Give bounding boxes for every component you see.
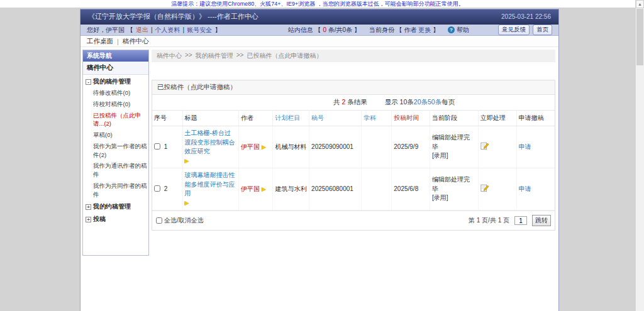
page-scrollbar[interactable]: ▲ [635, 0, 644, 311]
expand-icon[interactable]: + [86, 204, 91, 210]
sidebar-item-manuscript-center[interactable]: 稿件中心 [83, 62, 148, 75]
site-messages-status: 站内信息 【 0 条/共0条 】 [288, 26, 360, 35]
sidebar-item-pending-revision[interactable]: 待修改稿件(0) [83, 87, 148, 99]
change-role-link[interactable]: 更换 [418, 26, 431, 33]
help-link[interactable]: ? 帮助 [448, 26, 469, 35]
sidebar-group-my-manuscripts[interactable]: - 我的稿件管理 [83, 75, 148, 87]
current-role-status: 当前身份 【 作者 更换 】 [369, 26, 439, 35]
per-page-10[interactable]: 10条 [400, 98, 414, 106]
feedback-button[interactable]: 意见反馈 [498, 25, 530, 35]
page-info: 第 1 页/共 1 页 [469, 216, 509, 225]
planned-column-value: 建筑与水利 [273, 168, 309, 210]
messages-count: 0 [323, 26, 326, 33]
page-jump-input[interactable] [514, 216, 527, 225]
manuscript-title-link[interactable]: 土工格栅-桥台过渡段变形控制耦合效应研究 [185, 129, 237, 156]
breadcrumb-separator: >> [236, 52, 244, 60]
logout-link[interactable]: 退出 [136, 26, 148, 35]
sidebar-item-first-author[interactable]: 我作为第一作者的稿件(2) [83, 141, 148, 161]
select-all-checkbox[interactable] [156, 217, 162, 224]
sidebar-item-drafts[interactable]: 草稿(0) [83, 129, 148, 141]
row-number: 2 [164, 185, 168, 192]
home-button[interactable]: 首页 [533, 25, 552, 35]
row-checkbox[interactable] [154, 143, 160, 150]
separator: | [151, 26, 153, 33]
sidebar-item-corresponding-author[interactable]: 我作为通讯作者的稿件 [83, 160, 148, 180]
pagination: 第 1 页/共 1 页 跳转 [469, 215, 551, 226]
submit-date-value: 2025/9/9 [392, 126, 430, 168]
breadcrumb-manuscript-center[interactable]: 稿件中心 [157, 52, 182, 60]
sidebar-item-pending-proofread[interactable]: 待校对稿件(0) [83, 99, 148, 110]
column-header-withdraw: 申请撤稿 [516, 111, 555, 126]
bracket: 【 [127, 26, 133, 35]
table-header-row: 序号 标题 作者 计划栏目 稿号 学科 投稿时间 当前阶段 立即处理 申请撤稿 [152, 111, 555, 126]
results-count: 2 [341, 98, 345, 106]
expand-arrow-icon[interactable]: ▶ [262, 186, 266, 192]
page-title: 《辽宁开放大学学报（自然科学版）》 ----作者工作中心 [88, 12, 258, 21]
expand-arrow-icon[interactable]: ▶ [262, 144, 266, 150]
column-header-planned-column[interactable]: 计划栏目 [273, 111, 309, 126]
panel-title: 已投稿件（点此申请撤稿） [152, 80, 555, 95]
app-window: 《辽宁开放大学学报（自然科学版）》 ----作者工作中心 2025-03-21 … [80, 9, 559, 311]
process-now-icon[interactable] [480, 141, 489, 153]
submit-date-value: 2025/6/8 [392, 168, 430, 210]
table-row: 2 玻璃幕墙耐撞击性能多维度评价与应用 ▶ 伊平国 ▶ 建筑与水利 [152, 168, 555, 210]
scrollbar-up-icon[interactable]: ▲ [636, 0, 644, 8]
greeting-text: 您好，伊平国 [87, 26, 125, 35]
expand-arrow-icon[interactable]: ▶ [185, 200, 189, 206]
author-name: 伊平国 [241, 143, 260, 150]
withdraw-apply-link[interactable]: 申请 [519, 143, 553, 152]
breadcrumb-current-page: 已投稿件（点此申请撤稿） [247, 52, 322, 60]
column-header-process-now: 立即处理 [478, 111, 516, 126]
results-count-text: 共 2 条结果 [333, 98, 367, 107]
browser-compat-notice: 温馨提示：建议您使用Chrome80、火狐74+、IE9+浏览器 ，当您的浏览器… [0, 0, 635, 8]
author-name: 伊平国 [241, 185, 260, 192]
select-all-label: 全选/取消全选 [164, 216, 204, 225]
sidebar-item-submitted[interactable]: 已投稿件（点此申请...(2) [83, 110, 148, 130]
tab-work-desktop[interactable]: 工作桌面 [87, 37, 113, 46]
breadcrumb-separator: >> [185, 52, 192, 60]
sidebar-group-submit[interactable]: + 投稿 [83, 212, 148, 225]
manuscript-title-link[interactable]: 玻璃幕墙耐撞击性能多维度评价与应用 [185, 171, 237, 199]
process-now-icon[interactable] [480, 183, 489, 195]
main-content: 稿件中心 >> 我的稿件管理 >> 已投稿件（点此申请撤稿） 已投稿件（点此申请… [152, 50, 556, 311]
column-header-current-stage: 当前阶段 [430, 111, 479, 126]
column-header-author: 作者 [239, 111, 273, 126]
page-jump-button[interactable]: 跳转 [532, 215, 551, 226]
per-page-50[interactable]: 50条 [428, 98, 441, 106]
sidebar-navigation: 系统导航 稿件中心 - 我的稿件管理 待修改稿件(0) 待校对稿件(0) 已投稿… [82, 50, 149, 256]
sidebar-header: 系统导航 [83, 50, 148, 62]
row-checkbox[interactable] [154, 185, 160, 192]
profile-link[interactable]: 个人资料 [155, 26, 180, 35]
current-stage-value: 编辑部处理完毕 [录用] [430, 126, 479, 168]
planned-column-value: 机械与材料 [273, 126, 309, 168]
help-icon[interactable]: ? [448, 26, 455, 33]
column-header-submit-date[interactable]: 投稿时间 [392, 111, 430, 126]
current-stage-value: 编辑部处理完毕 [录用] [430, 168, 479, 210]
subject-value [362, 126, 392, 168]
breadcrumb: 稿件中心 >> 我的稿件管理 >> 已投稿件（点此申请撤稿） [152, 50, 555, 62]
datetime-display: 2025-03-21 22:56 [501, 13, 551, 20]
scrollbar-thumb[interactable] [636, 9, 643, 65]
column-header-num: 序号 [152, 111, 182, 126]
manuscript-no-value: 202509090001 [309, 126, 362, 168]
main-tab-bar: 工作桌面 | 稿件中心 [80, 36, 558, 47]
withdraw-apply-link[interactable]: 申请 [519, 185, 553, 194]
separator: | [183, 26, 185, 33]
collapse-icon[interactable]: - [86, 79, 91, 85]
table-row: 1 土工格栅-桥台过渡段变形控制耦合效应研究 ▶ 伊平国 ▶ 机械与材料 [152, 126, 555, 168]
tab-manuscript-center[interactable]: 稿件中心 [123, 37, 149, 46]
window-header: 《辽宁开放大学学报（自然科学版）》 ----作者工作中心 2025-03-21 … [80, 9, 558, 25]
manuscripts-table: 序号 标题 作者 计划栏目 稿号 学科 投稿时间 当前阶段 立即处理 申请撤稿 [152, 110, 555, 210]
sidebar-group-my-invitations[interactable]: + 我的约稿管理 [83, 200, 148, 212]
sidebar-item-co-author[interactable]: 我作为共同作者的稿件 [83, 180, 148, 200]
manuscript-no-value: 202506080001 [309, 168, 362, 210]
expand-arrow-icon[interactable]: ▶ [185, 158, 189, 164]
expand-icon[interactable]: + [86, 217, 91, 222]
account-security-link[interactable]: 账号安全 [187, 26, 212, 35]
per-page-20[interactable]: 20条 [414, 98, 428, 106]
results-summary-row: 共 2 条结果 显示 10条20条50条每页 [152, 95, 555, 110]
column-header-manuscript-no[interactable]: 稿号 [309, 111, 362, 126]
column-header-subject[interactable]: 学科 [362, 111, 392, 126]
breadcrumb-my-manuscripts[interactable]: 我的稿件管理 [196, 52, 233, 60]
submitted-manuscripts-panel: 已投稿件（点此申请撤稿） 共 2 条结果 显示 10条20条50条每页 [152, 80, 555, 231]
